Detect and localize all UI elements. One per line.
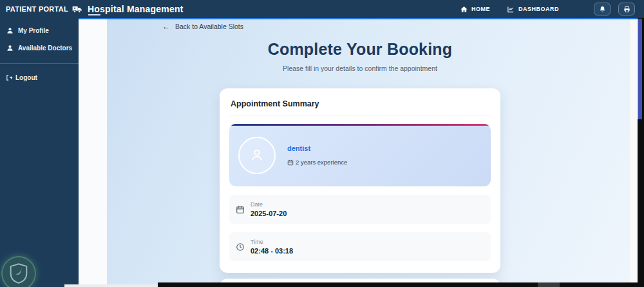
app-title: Hospital Management (88, 4, 184, 14)
appointment-summary-card: Appointment Summary dentist 2 years expe… (220, 88, 500, 273)
dashboard-icon (507, 6, 515, 13)
date-label: Date (251, 201, 287, 208)
summary-heading: Appointment Summary (229, 98, 491, 115)
printer-icon (623, 6, 630, 13)
date-value: 2025-07-20 (251, 210, 287, 217)
nav-dashboard[interactable]: DASHBOARD (507, 6, 559, 13)
doctor-info: dentist 2 years experience (287, 144, 347, 166)
sidebar: My Profile Available Doctors Logout (0, 18, 79, 287)
main-content: ← Back to Available Slots Complete Your … (107, 19, 630, 287)
bell-icon (599, 6, 606, 13)
brand: PATIENT PORTAL (0, 5, 79, 13)
content-gutter (79, 19, 107, 287)
doctor-avatar (238, 137, 276, 174)
date-row: Date 2025-07-20 (229, 195, 491, 224)
doctor-name[interactable]: dentist (287, 144, 347, 152)
user-icon (6, 27, 14, 34)
vertical-scrollbar-thumb[interactable] (638, 19, 642, 119)
logout-icon (6, 74, 13, 81)
sidebar-divider (0, 63, 79, 64)
doctor-experience: 2 years experience (287, 159, 347, 166)
content-edge-strip (630, 19, 638, 287)
header-actions (594, 3, 635, 15)
sidebar-item-my-profile[interactable]: My Profile (0, 22, 79, 39)
horizontal-scrollbar[interactable] (158, 282, 644, 287)
page-title: Complete Your Booking (220, 40, 500, 59)
date-texts: Date 2025-07-20 (251, 201, 287, 217)
vertical-scrollbar[interactable] (638, 18, 644, 287)
top-nav: HOME DASHBOARD (460, 6, 559, 13)
doctor-card: dentist 2 years experience (229, 124, 491, 186)
horizontal-scrollbar-track-left (64, 284, 158, 287)
notifications-button[interactable] (594, 3, 611, 15)
page-head: Complete Your Booking Please fill in you… (220, 40, 500, 72)
ambulance-icon (72, 5, 82, 13)
calendar-icon (287, 159, 294, 166)
brand-label: PATIENT PORTAL (6, 5, 68, 13)
horizontal-scrollbar-thumb[interactable] (538, 282, 560, 287)
user-icon (6, 45, 14, 52)
back-arrow-icon: ← (162, 22, 170, 31)
top-header: PATIENT PORTAL Hospital Management HOME (0, 0, 644, 18)
time-label: Time (251, 239, 293, 245)
header-accent-line (79, 18, 644, 19)
sidebar-item-available-doctors[interactable]: Available Doctors (0, 39, 79, 57)
sidebar-logout-button[interactable]: Logout (0, 69, 79, 86)
time-row: Time 02:48 - 03:18 (229, 232, 491, 261)
time-value: 02:48 - 03:18 (251, 247, 293, 255)
nav-home[interactable]: HOME (460, 6, 490, 13)
back-to-slots-link[interactable]: ← Back to Available Slots (162, 22, 243, 31)
clock-icon (236, 242, 245, 252)
shield-logo-watermark (1, 256, 36, 287)
page-subtitle: Please fill in your details to confirm t… (220, 64, 500, 72)
home-icon (460, 6, 468, 13)
title-underline (88, 14, 100, 15)
time-texts: Time 02:48 - 03:18 (251, 239, 293, 255)
calendar-icon (236, 205, 245, 214)
print-button[interactable] (618, 3, 635, 15)
